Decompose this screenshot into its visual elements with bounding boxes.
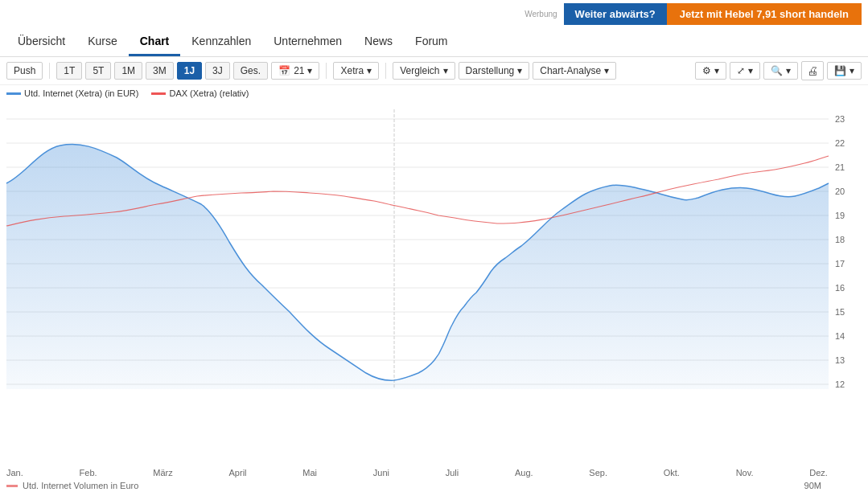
vergleich-chevron: ▾	[443, 65, 448, 76]
x-label-aug: Aug.	[515, 468, 533, 478]
tab-kennzahlen[interactable]: Kennzahlen	[180, 28, 262, 56]
svg-text:17: 17	[835, 259, 845, 269]
x-label-jun: Juni	[373, 468, 389, 478]
calendar-badge: 21	[294, 65, 304, 76]
legend-item-utd: Utd. Internet (Xetra) (in EUR)	[6, 88, 138, 98]
zoom-chevron: ▾	[786, 65, 791, 76]
period-1t[interactable]: 1T	[56, 62, 82, 80]
svg-text:19: 19	[835, 211, 845, 220]
share-icon: ⤢	[737, 65, 745, 76]
svg-text:21: 21	[835, 162, 845, 172]
nav-tabs: Übersicht Kurse Chart Kennzahlen Unterne…	[0, 28, 868, 57]
main-chart-svg: 23 22 21 20 19 18 17 16 15 14 13 12	[0, 101, 868, 399]
main-layout: Werbung Weiter abwärts? Jetzt mit Hebel …	[0, 0, 868, 492]
volume-color-indicator	[6, 485, 18, 487]
darstellung-chevron: ▾	[517, 65, 522, 76]
print-button[interactable]: 🖨	[801, 61, 824, 80]
svg-text:14: 14	[835, 331, 845, 341]
push-button[interactable]: Push	[6, 62, 43, 80]
chartanalyse-chevron: ▾	[604, 65, 609, 76]
x-label-okt: Okt.	[664, 468, 680, 478]
share-chevron: ▾	[748, 65, 753, 76]
ad-cta-right-button[interactable]: Jetzt mit Hebel 7,91 short handeln	[667, 3, 862, 25]
svg-text:13: 13	[835, 355, 845, 365]
calendar-dropdown[interactable]: 📅 21 ▾	[271, 62, 319, 80]
darstellung-dropdown[interactable]: Darstellung ▾	[459, 62, 530, 80]
darstellung-label: Darstellung	[466, 65, 515, 76]
ad-label: Werbung	[525, 10, 557, 18]
chart-legend: Utd. Internet (Xetra) (in EUR) DAX (Xetr…	[0, 85, 868, 101]
calendar-icon: 📅	[278, 65, 290, 76]
volume-label-text: Utd. Internet Volumen in Euro	[23, 481, 138, 490]
period-3j[interactable]: 3J	[205, 62, 230, 80]
save-chevron: ▾	[849, 65, 854, 76]
volume-badge: 90M	[804, 481, 821, 490]
x-label-jul: Juli	[446, 468, 459, 478]
legend-color-utd	[6, 92, 21, 95]
legend-label-dax: DAX (Xetra) (relativ)	[169, 88, 249, 98]
svg-text:18: 18	[835, 235, 845, 244]
share-dropdown[interactable]: ⤢ ▾	[730, 62, 760, 80]
save-icon: 💾	[834, 65, 846, 76]
separator-3	[385, 63, 386, 79]
svg-text:20: 20	[835, 187, 845, 196]
exchange-label: Xetra	[340, 65, 364, 76]
ad-cta: Weiter abwärts? Jetzt mit Hebel 7,91 sho…	[564, 3, 862, 25]
period-3m[interactable]: 3M	[146, 62, 174, 80]
x-label-dez: Dez.	[809, 468, 828, 478]
exchange-chevron: ▾	[367, 65, 372, 76]
tab-forum[interactable]: Forum	[404, 28, 459, 56]
legend-label-utd: Utd. Internet (Xetra) (in EUR)	[24, 88, 138, 98]
x-label-jan: Jan.	[6, 468, 23, 478]
ad-cta-left-button[interactable]: Weiter abwärts?	[564, 3, 667, 25]
period-ges[interactable]: Ges.	[233, 62, 268, 80]
separator-1	[49, 63, 50, 79]
x-label-apr: April	[229, 468, 247, 478]
legend-item-dax: DAX (Xetra) (relativ)	[151, 88, 249, 98]
svg-text:22: 22	[835, 138, 845, 148]
chartanalyse-label: Chart-Analyse	[540, 65, 601, 76]
gear-icon: ⚙	[702, 65, 711, 76]
print-icon: 🖨	[807, 64, 818, 77]
x-label-sep: Sep.	[589, 468, 607, 478]
tab-chart[interactable]: Chart	[129, 28, 181, 56]
chartanalyse-dropdown[interactable]: Chart-Analyse ▾	[533, 62, 616, 80]
svg-text:23: 23	[835, 114, 845, 124]
zoom-icon: 🔍	[771, 65, 783, 76]
chart-toolbar: Push 1T 5T 1M 3M 1J 3J Ges. 📅 21 ▾ Xetra…	[0, 57, 868, 85]
svg-text:12: 12	[835, 379, 845, 389]
tab-unternehmen[interactable]: Unternehmen	[262, 28, 353, 56]
chart-area[interactable]: 23 22 21 20 19 18 17 16 15 14 13 12	[0, 101, 868, 466]
tab-news[interactable]: News	[353, 28, 404, 56]
period-1j[interactable]: 1J	[177, 62, 202, 80]
exchange-dropdown[interactable]: Xetra ▾	[333, 62, 379, 80]
calendar-chevron: ▾	[307, 65, 312, 76]
x-label-mar: März	[153, 468, 172, 478]
x-label-nov: Nov.	[736, 468, 754, 478]
ad-bar: Werbung Weiter abwärts? Jetzt mit Hebel …	[0, 0, 868, 28]
zoom-dropdown[interactable]: 🔍 ▾	[763, 62, 798, 80]
settings-dropdown[interactable]: ⚙ ▾	[695, 62, 726, 80]
period-5t[interactable]: 5T	[85, 62, 111, 80]
svg-text:16: 16	[835, 283, 845, 293]
vergleich-label: Vergleich	[400, 65, 439, 76]
x-label-feb: Feb.	[80, 468, 97, 478]
x-axis-labels: Jan. Feb. März April Mai Juni Juli Aug. …	[0, 466, 868, 479]
settings-chevron: ▾	[714, 65, 719, 76]
tab-kurse[interactable]: Kurse	[76, 28, 129, 56]
separator-2	[326, 63, 327, 79]
volume-label-row: Utd. Internet Volumen in Euro 90M	[0, 479, 868, 492]
period-1m[interactable]: 1M	[114, 62, 142, 80]
tab-ubersicht[interactable]: Übersicht	[6, 28, 76, 56]
legend-color-dax	[151, 92, 166, 95]
save-dropdown[interactable]: 💾 ▾	[827, 62, 862, 80]
svg-text:15: 15	[835, 307, 845, 317]
vergleich-dropdown[interactable]: Vergleich ▾	[393, 62, 455, 80]
x-label-mai: Mai	[302, 468, 317, 478]
